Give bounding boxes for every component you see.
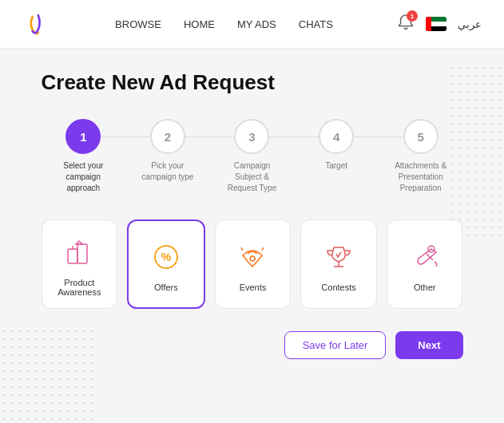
campaign-type-cards: Product Awareness % Offers Events [42,219,463,309]
svg-text:%: % [161,251,172,263]
card-other[interactable]: Other [387,219,463,309]
step-circle-5: 5 [403,119,439,154]
card-contests[interactable]: Contests [300,219,377,309]
step-circle-4: 4 [319,119,354,154]
step-4[interactable]: 4 Target [294,119,379,172]
card-events-label: Events [240,283,267,292]
page-title: Create New Ad Request [42,70,463,95]
step-circle-1: 1 [65,119,101,154]
step-1[interactable]: 1 Select your campaign approach [42,119,126,194]
step-5[interactable]: 5 Attachments & Presentation Preparation [379,119,463,194]
card-product-awareness-label: Product Awareness [49,278,111,297]
nav-home[interactable]: HOME [184,18,215,30]
main-content: Create New Ad Request 1 Select your camp… [13,48,492,375]
step-label-4: Target [325,160,347,172]
svg-point-9 [250,256,255,261]
step-3[interactable]: 3 Campaign Subject & Request Type [210,119,295,194]
stepper: 1 Select your campaign approach 2 Pick y… [42,119,463,194]
step-2[interactable]: 2 Pick your campaign type [125,119,210,183]
card-events[interactable]: Events [215,219,292,309]
step-circle-2: 2 [150,119,185,154]
step-circle-3: 3 [234,119,269,154]
nav-links: BROWSE HOME MY ADS CHATS [115,18,333,30]
navbar-right: 1 عربي [397,14,482,34]
card-other-label: Other [414,283,436,292]
notification-badge: 1 [407,10,418,22]
logo[interactable] [22,10,51,38]
save-for-later-button[interactable]: Save for Later [284,331,387,359]
step-label-2: Pick your campaign type [136,160,200,183]
nav-chats[interactable]: CHATS [299,18,333,30]
navbar: BROWSE HOME MY ADS CHATS 1 عربي [0,0,504,48]
svg-rect-5 [77,244,87,263]
card-offers-label: Offers [154,283,178,292]
svg-rect-4 [68,249,77,263]
card-offers[interactable]: % Offers [127,219,205,309]
svg-rect-3 [426,17,431,31]
nav-my-ads[interactable]: MY ADS [237,18,276,30]
bottom-actions: Save for Later Next [42,331,463,359]
nav-browse[interactable]: BROWSE [115,18,161,30]
card-product-awareness[interactable]: Product Awareness [42,219,118,309]
step-label-1: Select your campaign approach [51,160,115,194]
notification-bell[interactable]: 1 [397,14,415,34]
card-contests-label: Contests [321,283,355,292]
step-label-3: Campaign Subject & Request Type [220,160,284,194]
language-flag[interactable] [426,17,446,31]
next-button[interactable]: Next [395,331,462,359]
arabic-toggle[interactable]: عربي [458,18,482,30]
step-label-5: Attachments & Presentation Preparation [389,160,453,194]
